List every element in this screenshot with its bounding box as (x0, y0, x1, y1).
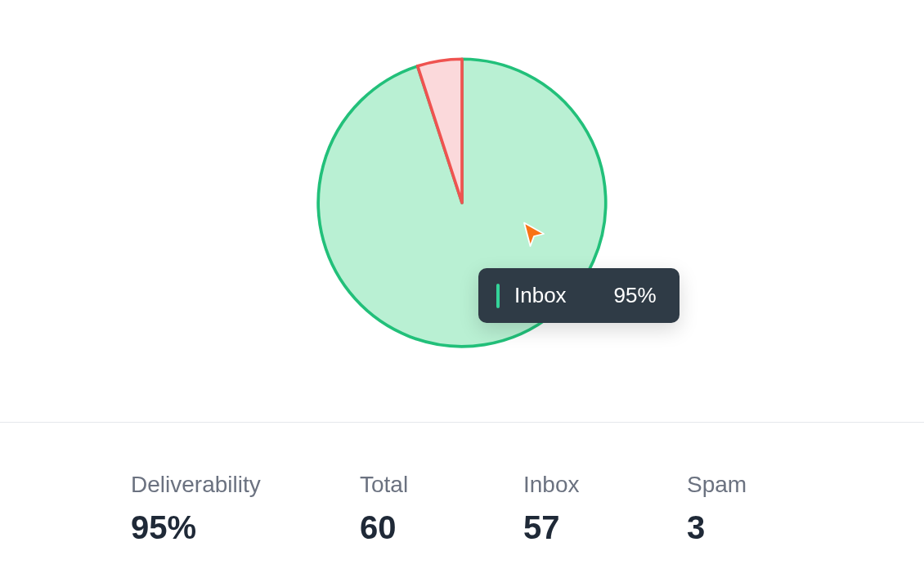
stat-label: Deliverability (131, 472, 360, 498)
deliverability-panel: Inbox 95% Deliverability 95% Total 60 In… (0, 0, 924, 587)
chart-area: Inbox 95% (0, 0, 924, 422)
stat-spam: Spam 3 (687, 472, 834, 546)
stat-label: Spam (687, 472, 834, 498)
stat-value: 60 (360, 509, 523, 546)
stat-total: Total 60 (360, 472, 523, 546)
stat-value: 3 (687, 509, 834, 546)
stat-label: Inbox (523, 472, 687, 498)
tooltip-label: Inbox (514, 283, 567, 308)
pie-chart[interactable]: Inbox 95% (311, 52, 613, 354)
tooltip-value: 95% (614, 283, 657, 308)
tooltip-color-bar (496, 284, 500, 308)
stat-label: Total (360, 472, 523, 498)
chart-tooltip: Inbox 95% (478, 268, 680, 323)
stats-row: Deliverability 95% Total 60 Inbox 57 Spa… (0, 423, 924, 587)
stat-deliverability: Deliverability 95% (131, 472, 360, 546)
stat-value: 95% (131, 509, 360, 546)
stat-inbox: Inbox 57 (523, 472, 687, 546)
stat-value: 57 (523, 509, 687, 546)
